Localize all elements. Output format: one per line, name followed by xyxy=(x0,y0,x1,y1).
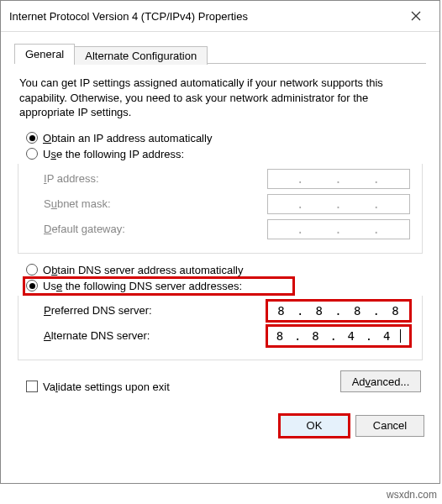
checkbox-validate[interactable]: Validate settings upon exit xyxy=(26,381,170,393)
ok-button[interactable]: OK xyxy=(280,415,349,437)
field-alternate-dns: Alternate DNS server: 8.8.4.4 xyxy=(25,326,415,346)
dialog-content: General Alternate Configuration You can … xyxy=(1,32,439,403)
radio-label: Obtain an IP address automatically xyxy=(43,132,212,144)
watermark: wsxdn.com xyxy=(387,489,437,501)
field-label: Default gateway: xyxy=(44,223,125,235)
radio-icon xyxy=(26,264,38,276)
radio-label: Use the following IP address: xyxy=(43,148,184,160)
ip-address-input: ... xyxy=(267,169,410,189)
field-label: Subnet mask: xyxy=(44,197,111,210)
radio-use-dns-manual[interactable]: Use the following DNS server addresses: xyxy=(26,280,292,292)
radio-icon xyxy=(26,148,38,160)
radio-label: Use the following DNS server addresses: xyxy=(43,280,242,292)
field-ip-address: IP address: ... xyxy=(25,169,415,189)
radio-obtain-dns-auto[interactable]: Obtain DNS server address automatically xyxy=(26,264,426,276)
tab-general[interactable]: General xyxy=(14,44,75,64)
field-label: IP address: xyxy=(44,172,99,185)
advanced-button[interactable]: Advanced... xyxy=(340,370,421,392)
field-subnet: Subnet mask: ... xyxy=(25,194,415,214)
radio-use-ip-manual[interactable]: Use the following IP address: xyxy=(26,148,426,160)
checkbox-label: Validate settings upon exit xyxy=(43,381,170,393)
checkbox-icon xyxy=(26,381,38,392)
field-preferred-dns: Preferred DNS server: 8.8.8.8 xyxy=(25,301,415,321)
field-label: Alternate DNS server: xyxy=(44,329,150,342)
radio-icon xyxy=(26,132,38,144)
close-icon xyxy=(411,11,421,21)
ip-fieldset: IP address: ... Subnet mask: ... Default… xyxy=(18,164,423,254)
radio-label: Obtain DNS server address automatically xyxy=(43,264,243,276)
tab-alternate[interactable]: Alternate Configuration xyxy=(74,46,208,65)
dns-fieldset: Preferred DNS server: 8.8.8.8 Alternate … xyxy=(18,296,423,360)
titlebar: Internet Protocol Version 4 (TCP/IPv4) P… xyxy=(1,1,439,32)
preferred-dns-input[interactable]: 8.8.8.8 xyxy=(267,301,410,321)
field-gateway: Default gateway: ... xyxy=(25,219,415,239)
subnet-mask-input: ... xyxy=(267,194,410,214)
tab-strip: General Alternate Configuration xyxy=(14,40,426,64)
radio-icon xyxy=(26,280,38,291)
radio-obtain-ip-auto[interactable]: Obtain an IP address automatically xyxy=(26,132,426,144)
window-title: Internet Protocol Version 4 (TCP/IPv4) P… xyxy=(9,10,248,23)
description-text: You can get IP settings assigned automat… xyxy=(19,76,421,120)
alternate-dns-input[interactable]: 8.8.4.4 xyxy=(267,326,410,346)
dialog-window: Internet Protocol Version 4 (TCP/IPv4) P… xyxy=(0,0,440,484)
default-gateway-input: ... xyxy=(267,219,410,239)
cancel-button[interactable]: Cancel xyxy=(355,415,424,437)
dialog-buttons: OK Cancel xyxy=(1,403,439,437)
close-button[interactable] xyxy=(401,6,431,26)
field-label: Preferred DNS server: xyxy=(44,304,152,317)
